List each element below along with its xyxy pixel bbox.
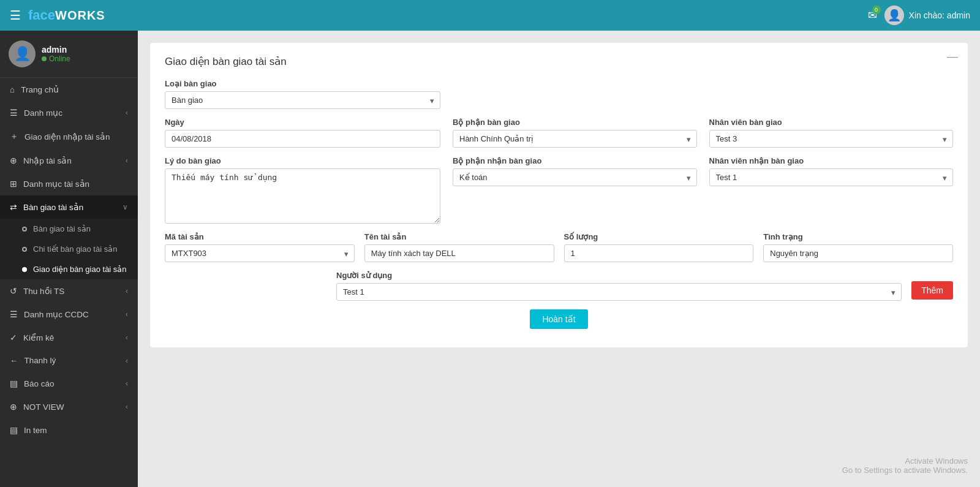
- list-icon: ☰: [10, 309, 18, 319]
- loai-ban-giao-select[interactable]: Bàn giao Thu hồi: [165, 91, 440, 109]
- sidebar-item-label: Kiểm kê: [23, 333, 54, 342]
- ma-tai-san-label: Mã tài sản: [165, 232, 355, 241]
- so-luong-input[interactable]: [564, 244, 754, 262]
- sidebar-item-bao-cao[interactable]: ▤ Báo cáo ‹: [0, 372, 138, 395]
- sidebar-item-ban-giao[interactable]: ⇄ Bàn giao tài sản ∨: [0, 195, 138, 219]
- nguoi-su-dung-select[interactable]: Test 1 Test 2: [336, 283, 902, 301]
- nhan-vien-nhan-wrapper: Test 1 Test 2 Test 3: [709, 168, 954, 186]
- bo-phan-ban-giao-label: Bộ phận bàn giao: [453, 118, 697, 127]
- sidebar-item-nhap-tai-san[interactable]: ⊕ Nhập tài sản ‹: [0, 149, 138, 172]
- sidebar-item-danh-muc-tai-san[interactable]: ⊞ Danh mục tài sản: [0, 172, 138, 195]
- sub-item-label: Chi tiết bàn giao tài sản: [33, 244, 117, 254]
- sidebar-item-label: In tem: [24, 426, 47, 435]
- ngay-label: Ngày: [165, 118, 440, 127]
- chevron-icon: ‹: [126, 402, 128, 411]
- nhan-vien-ban-giao-label: Nhân viên bàn giao: [709, 118, 954, 127]
- sidebar-item-label: Thanh lý: [24, 356, 56, 365]
- tag-icon: ▤: [10, 425, 18, 435]
- report-icon: ▤: [10, 379, 18, 388]
- sidebar-username: admin: [42, 45, 70, 55]
- sidebar-item-label: Báo cáo: [24, 379, 55, 388]
- ly-do-textarea[interactable]: Thiếu máy tính sử dụng: [165, 168, 440, 224]
- bo-phan-ban-giao-select[interactable]: Hành Chính Quản trị Kế toán: [453, 130, 697, 148]
- sidebar-item-label: Thu hồi TS: [23, 286, 64, 296]
- check-icon: ✓: [10, 333, 17, 342]
- sidebar-item-danh-muc[interactable]: ☰ Danh mục ‹: [0, 101, 138, 124]
- sidebar-item-danh-muc-ccdc[interactable]: ☰ Danh mục CCDC ‹: [0, 303, 138, 326]
- sidebar-item-giao-dien-nhap[interactable]: ＋ Giao diện nhập tài sản: [0, 124, 138, 149]
- loai-ban-giao-select-wrapper: Bàn giao Thu hồi: [165, 91, 440, 109]
- chevron-icon: ‹: [126, 108, 128, 117]
- sidebar-item-label: Trang chủ: [21, 85, 59, 94]
- minimize-button[interactable]: —: [947, 50, 958, 63]
- bo-phan-nhan-label: Bộ phận nhận bàn giao: [453, 156, 697, 165]
- sidebar-item-ban-giao-tai-san[interactable]: Bàn giao tài sản: [0, 219, 138, 239]
- content-area: Giao diện bàn giao tài sản — Loại bàn gi…: [138, 31, 980, 487]
- sidebar-item-label: Nhập tài sản: [23, 156, 72, 165]
- ten-tai-san-input[interactable]: [364, 244, 554, 262]
- sidebar-item-not-view[interactable]: ⊕ NOT VIEW ‹: [0, 395, 138, 418]
- grid-icon: ⊞: [10, 179, 17, 189]
- ma-tai-san-wrapper: MTXT903: [165, 244, 355, 262]
- chevron-icon: ‹: [126, 156, 128, 165]
- nhan-vien-ban-giao-select[interactable]: Test 3 Test 1 Test 2: [709, 130, 954, 148]
- sidebar-avatar: 👤: [9, 40, 36, 67]
- sidebar-item-thu-hoi[interactable]: ↺ Thu hồi TS ‹: [0, 279, 138, 303]
- nguoi-su-dung-label: Người sử dụng: [336, 271, 902, 280]
- notif-badge: 0: [872, 6, 881, 14]
- row-nguoi-su-dung: Người sử dụng Test 1 Test 2 Thêm: [165, 271, 953, 301]
- row-ngay: Ngày Bộ phận bàn giao Hành Chính Quản tr…: [165, 118, 953, 148]
- main-panel: Giao diện bàn giao tài sản — Loại bàn gi…: [150, 43, 968, 347]
- hamburger-icon[interactable]: ☰: [10, 8, 21, 23]
- sidebar-item-giao-dien-ban-giao[interactable]: Giao diện bàn giao tài sản: [0, 259, 138, 279]
- ten-tai-san-label: Tên tài sản: [364, 232, 554, 241]
- ma-tai-san-select[interactable]: MTXT903: [165, 244, 355, 262]
- nhan-vien-nhan-label: Nhân viên nhận bàn giao: [709, 156, 954, 165]
- circle-icon: ⊕: [10, 402, 17, 412]
- status-dot: [42, 56, 47, 61]
- greeting-text: Xin chào: admin: [909, 10, 970, 20]
- them-button[interactable]: Thêm: [911, 281, 953, 300]
- user-info[interactable]: 👤 Xin chào: admin: [884, 6, 970, 25]
- sidebar-item-label: Danh mục tài sản: [23, 179, 89, 189]
- nhan-vien-nhan-select[interactable]: Test 1 Test 2 Test 3: [709, 168, 954, 186]
- notification-icon[interactable]: ✉ 0: [868, 9, 877, 22]
- chevron-icon: ‹: [126, 310, 128, 319]
- sidebar-item-trang-chu[interactable]: ⌂ Trang chủ: [0, 78, 138, 101]
- so-luong-label: Số lượng: [564, 232, 754, 241]
- sidebar-menu: ⌂ Trang chủ ☰ Danh mục ‹ ＋ Giao diện nhậ…: [0, 78, 138, 487]
- ngay-input[interactable]: [165, 130, 440, 148]
- bo-phan-nhan-select[interactable]: Kế toán Hành Chính Quản trị: [453, 168, 697, 186]
- sidebar-item-label: Danh mục CCDC: [24, 309, 89, 319]
- bo-phan-nhan-wrapper: Kế toán Hành Chính Quản trị: [453, 168, 697, 186]
- chevron-icon: ‹: [126, 333, 128, 342]
- bo-phan-ban-giao-wrapper: Hành Chính Quản trị Kế toán: [453, 130, 697, 148]
- dot-icon: [22, 267, 27, 272]
- chevron-icon: ‹: [126, 357, 128, 365]
- row-ly-do: Lý do bàn giao Thiếu máy tính sử dụng Bộ…: [165, 156, 953, 224]
- tinh-trang-input[interactable]: [763, 244, 953, 262]
- row-loai-ban-giao: Loại bàn giao Bàn giao Thu hồi: [165, 79, 953, 109]
- sidebar-item-in-tem[interactable]: ▤ In tem: [0, 418, 138, 442]
- dot-icon: [22, 227, 27, 232]
- sidebar-status: Online: [49, 55, 70, 63]
- sidebar-item-chi-tiet-ban-giao[interactable]: Chi tiết bàn giao tài sản: [0, 239, 138, 259]
- hoan-tat-button[interactable]: Hoàn tất: [530, 309, 587, 329]
- sidebar: 👤 admin Online ⌂ Trang chủ ☰ Danh mục: [0, 31, 138, 487]
- home-icon: ⌂: [10, 85, 15, 94]
- sidebar-item-thanh-ly[interactable]: ← Thanh lý ‹: [0, 349, 138, 372]
- topbar: ☰ face WORKS ✉ 0 👤 Xin chào: admin: [0, 0, 980, 31]
- avatar: 👤: [884, 6, 904, 25]
- import-icon: ⊕: [10, 156, 17, 165]
- transfer-icon: ⇄: [10, 202, 17, 212]
- arrow-icon: ←: [10, 356, 18, 365]
- menu-icon: ☰: [10, 108, 18, 118]
- panel-title: Giao diện bàn giao tài sản: [165, 55, 953, 68]
- sidebar-item-kiem-ke[interactable]: ✓ Kiểm kê ‹: [0, 326, 138, 349]
- tinh-trang-label: Tình trạng: [763, 232, 953, 241]
- loai-ban-giao-label: Loại bàn giao: [165, 79, 440, 88]
- row-asset: Mã tài sản MTXT903 Tên tài sản Số lượng: [165, 232, 953, 262]
- plus-icon: ＋: [10, 131, 18, 142]
- sidebar-item-label: Danh mục: [24, 108, 62, 118]
- chevron-icon: ∨: [123, 203, 128, 211]
